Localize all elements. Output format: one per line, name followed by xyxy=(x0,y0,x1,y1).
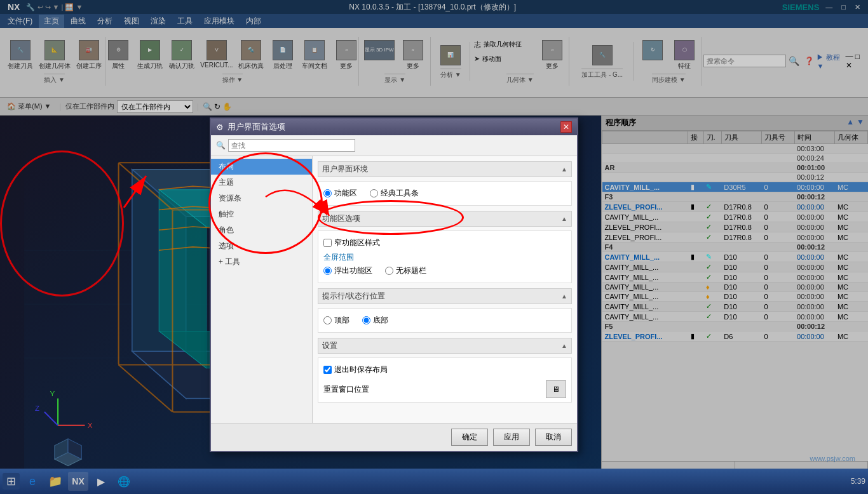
nav-tools[interactable]: + 工具 xyxy=(211,254,312,270)
section3-arrow: ▲ xyxy=(561,293,567,300)
ok-button[interactable]: 确定 xyxy=(451,429,488,446)
dialog-content: 用户界面环境 ▲ 功能区 经典工具条 xyxy=(313,156,577,423)
ui-env-radio-group: 功能区 经典工具条 xyxy=(323,188,566,199)
radio-float-input[interactable] xyxy=(323,267,332,275)
radio-top-input[interactable] xyxy=(323,316,332,324)
radio-no-title-label: 无标题栏 xyxy=(396,265,426,276)
position-radio-group: 顶部 底部 xyxy=(323,315,566,326)
radio-bottom[interactable]: 底部 xyxy=(362,315,388,326)
radio-top[interactable]: 顶部 xyxy=(323,315,349,326)
radio-float-label: 浮出功能区 xyxy=(334,265,372,276)
dialog-close-button[interactable]: ✕ xyxy=(560,121,572,133)
reset-icon: 🖥 xyxy=(552,385,560,394)
section1-arrow: ▲ xyxy=(561,166,567,173)
settings-icon: ⚙ xyxy=(216,123,224,132)
radio-classic[interactable]: 经典工具条 xyxy=(370,188,419,199)
radio-bottom-input[interactable] xyxy=(362,316,370,324)
radio-classic-label: 经典工具条 xyxy=(381,188,419,199)
save-layout-checkbox[interactable]: 退出时保存布局 xyxy=(323,364,566,375)
section4-arrow: ▲ xyxy=(561,342,567,349)
section3-content: 顶部 底部 xyxy=(318,308,572,333)
dialog-search-area: 🔍 xyxy=(211,135,577,156)
nav-role[interactable]: 角色 xyxy=(211,222,312,238)
radio-top-label: 顶部 xyxy=(334,315,349,326)
cancel-button[interactable]: 取消 xyxy=(535,429,572,446)
nav-options[interactable]: 选项 xyxy=(211,238,312,254)
reset-window-area: 重置窗口位置 🖥 xyxy=(323,380,566,398)
nav-touch[interactable]: 触控 xyxy=(211,206,312,222)
radio-no-title-input[interactable] xyxy=(385,267,393,275)
nav-theme[interactable]: 主题 xyxy=(211,175,312,190)
dialog-body: 布局 主题 资源条 触控 角色 选项 + 工具 用户界面环境 ▲ xyxy=(211,156,577,423)
radio-float-ribbon[interactable]: 浮出功能区 xyxy=(323,265,372,276)
section3-title: 提示行/状态行位置 xyxy=(322,291,385,302)
save-layout-input[interactable] xyxy=(323,366,332,374)
reset-window-label: 重置窗口位置 xyxy=(323,384,369,395)
radio-ribbon[interactable]: 功能区 xyxy=(323,188,357,199)
radio-bottom-label: 底部 xyxy=(373,315,388,326)
fullscreen-title[interactable]: 全屏范围 xyxy=(323,252,566,263)
section2-header[interactable]: 功能区选项 ▲ xyxy=(318,211,572,227)
fullscreen-radio-group: 浮出功能区 无标题栏 xyxy=(323,265,566,276)
section4-content: 退出时保存布局 重置窗口位置 🖥 xyxy=(318,357,572,403)
dialog-title-left: ⚙ 用户界面首选项 xyxy=(216,121,285,133)
section1-title: 用户界面环境 xyxy=(322,164,368,175)
radio-ribbon-label: 功能区 xyxy=(334,188,357,199)
dialog-search-input[interactable] xyxy=(228,139,355,152)
section4-header[interactable]: 设置 ▲ xyxy=(318,338,572,354)
section2-title: 功能区选项 xyxy=(322,213,360,224)
dialog-titlebar: ⚙ 用户界面首选项 ✕ xyxy=(211,119,577,135)
section1-header[interactable]: 用户界面环境 ▲ xyxy=(318,161,572,177)
dialog-search-icon: 🔍 xyxy=(216,141,226,150)
dialog-footer: 确定 应用 取消 xyxy=(211,423,577,451)
section4-title: 设置 xyxy=(322,340,337,351)
section2-content: 窄功能区样式 全屏范围 浮出功能区 无标题栏 xyxy=(318,230,572,283)
preferences-dialog: ⚙ 用户界面首选项 ✕ 🔍 布局 主题 资源条 触控 角色 选项 + 工具 xyxy=(210,117,578,452)
nav-layout[interactable]: 布局 xyxy=(211,159,312,175)
nav-resource[interactable]: 资源条 xyxy=(211,190,312,206)
narrow-ribbon-input[interactable] xyxy=(323,239,332,247)
radio-no-title[interactable]: 无标题栏 xyxy=(385,265,426,276)
dialog-title-text: 用户界面首选项 xyxy=(227,121,285,133)
narrow-ribbon-checkbox[interactable]: 窄功能区样式 xyxy=(323,237,566,248)
dialog-nav: 布局 主题 资源条 触控 角色 选项 + 工具 xyxy=(211,156,313,423)
radio-classic-input[interactable] xyxy=(370,189,378,197)
narrow-ribbon-label: 窄功能区样式 xyxy=(334,237,380,248)
section3-header[interactable]: 提示行/状态行位置 ▲ xyxy=(318,288,572,304)
apply-button[interactable]: 应用 xyxy=(493,429,530,446)
dialog-overlay: ⚙ 用户界面首选项 ✕ 🔍 布局 主题 资源条 触控 角色 选项 + 工具 xyxy=(0,0,868,494)
save-layout-label: 退出时保存布局 xyxy=(334,364,388,375)
section1-content: 功能区 经典工具条 xyxy=(318,181,572,206)
section2-arrow: ▲ xyxy=(561,215,567,222)
radio-ribbon-input[interactable] xyxy=(323,189,332,197)
reset-window-btn[interactable]: 🖥 xyxy=(546,380,566,398)
